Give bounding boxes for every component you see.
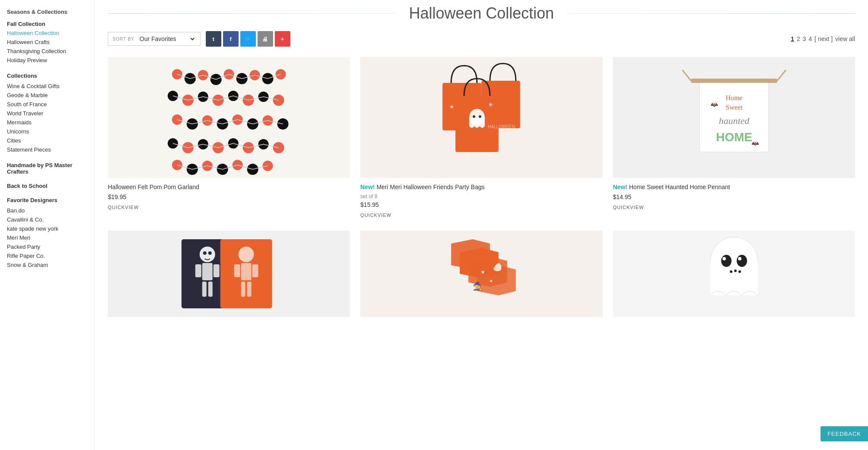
feedback-button[interactable]: FEEDBACK	[821, 426, 868, 441]
sidebar-item-halloween-crafts[interactable]: Halloween Crafts	[7, 38, 88, 47]
sidebar-item-snow-graham[interactable]: Snow & Graham	[7, 260, 88, 269]
product-quickview-p2[interactable]: QUICKVIEW	[360, 212, 602, 218]
svg-text:Home: Home	[726, 94, 742, 101]
svg-text:★: ★	[488, 101, 494, 108]
svg-text:🦇: 🦇	[710, 101, 718, 108]
product-card-p4	[108, 231, 350, 322]
svg-rect-91	[710, 261, 758, 295]
product-quickview-p3[interactable]: QUICKVIEW	[613, 205, 855, 210]
sidebar-item-cities[interactable]: Cities	[7, 136, 88, 145]
page-3-link[interactable]: 3	[802, 35, 806, 42]
svg-point-96	[730, 270, 732, 273]
sort-label: SORT BY	[113, 37, 135, 41]
product-card-p2: ★ ★ HALLOWEEN HALLOWEEN New! Meri Meri H…	[360, 57, 602, 218]
svg-rect-78	[252, 264, 258, 277]
svg-point-47	[473, 115, 475, 118]
svg-rect-79	[241, 282, 245, 297]
svg-text:★: ★	[449, 103, 455, 110]
product-card-p5: ★ ★ 🧙	[360, 231, 602, 322]
page-4-link[interactable]: 4	[808, 35, 812, 42]
share-twitter-button[interactable]: 🐦	[240, 31, 256, 47]
svg-point-73	[203, 251, 207, 255]
sidebar-item-kate-spade[interactable]: kate spade new york	[7, 224, 88, 233]
page-title-wrap: Halloween Collection	[108, 0, 855, 22]
sidebar-item-statement-pieces[interactable]: Statement Pieces	[7, 145, 88, 154]
product-price-p2: $15.95	[360, 201, 602, 208]
share-tumblr-button[interactable]: t	[206, 31, 221, 47]
product-price-p3: $14.95	[613, 193, 855, 200]
sidebar: Seasons & Collections Fall Collection Ha…	[0, 0, 95, 450]
sidebar-item-cavallini[interactable]: Cavallini & Co.	[7, 215, 88, 224]
sidebar-item-halloween-collection[interactable]: Halloween Collection	[7, 29, 88, 38]
product-quickview-p1[interactable]: QUICKVIEW	[108, 205, 350, 210]
sort-select[interactable]: Our Favorites Newest Price: Low to High …	[138, 35, 196, 43]
sidebar-category-handmade: Handmade by PS Master Crafters	[7, 162, 88, 175]
share-more-button[interactable]: +	[275, 31, 290, 47]
svg-rect-80	[247, 282, 252, 297]
svg-rect-54	[691, 79, 777, 83]
svg-point-48	[479, 115, 481, 118]
svg-rect-72	[208, 282, 213, 297]
next-page-link[interactable]: [ next ]	[815, 35, 833, 42]
svg-rect-68	[202, 263, 213, 280]
sidebar-item-thanksgiving-collection[interactable]: Thanksgiving Collection	[7, 47, 88, 56]
svg-text:HOME: HOME	[716, 130, 752, 144]
svg-rect-69	[195, 264, 201, 277]
svg-text:HALLOWEEN: HALLOWEEN	[464, 152, 491, 157]
sidebar-item-south-france[interactable]: South of France	[7, 100, 88, 109]
title-line-right	[567, 13, 855, 14]
svg-point-97	[734, 269, 736, 272]
svg-point-74	[208, 251, 212, 255]
sidebar-item-unicorns[interactable]: Unicorns	[7, 127, 88, 136]
product-image-p6[interactable]	[613, 231, 855, 317]
sidebar-item-world-traveler[interactable]: World Traveler	[7, 109, 88, 118]
product-price-p1: $19.95	[108, 193, 350, 200]
toolbar: SORT BY Our Favorites Newest Price: Low …	[108, 31, 855, 47]
svg-text:Sweet: Sweet	[726, 104, 743, 111]
svg-text:HALLOWEEN: HALLOWEEN	[488, 124, 515, 129]
sidebar-item-rifle-paper[interactable]: Rifle Paper Co.	[7, 251, 88, 260]
print-button[interactable]: 🖨	[258, 31, 273, 47]
product-image-p3[interactable]: Home Sweet haunted HOME 🦇 🦇	[613, 57, 855, 178]
sidebar-item-bando[interactable]: Ban.do	[7, 206, 88, 215]
sidebar-item-meri-meri[interactable]: Meri Meri	[7, 233, 88, 242]
sidebar-item-packed-party[interactable]: Packed Party	[7, 242, 88, 251]
svg-point-95	[738, 257, 741, 260]
svg-text:haunted: haunted	[719, 115, 750, 126]
product-image-p2[interactable]: ★ ★ HALLOWEEN HALLOWEEN	[360, 57, 602, 178]
product-image-p5[interactable]: ★ ★ 🧙	[360, 231, 602, 317]
product-name-p3: New! Home Sweet Haunted Home Pennant	[613, 183, 855, 192]
view-all-link[interactable]: view all	[835, 35, 855, 42]
sidebar-category-collections: Collections	[7, 73, 88, 79]
sidebar-item-mermaids[interactable]: Mermaids	[7, 118, 88, 127]
svg-rect-70	[214, 264, 220, 277]
svg-rect-77	[234, 264, 240, 277]
page-1-link[interactable]: 1	[791, 35, 794, 42]
sidebar-item-wine-cocktail[interactable]: Wine & Cocktail Gifts	[7, 82, 88, 91]
svg-text:🦇: 🦇	[751, 140, 759, 147]
svg-rect-46	[469, 117, 485, 126]
page-2-link[interactable]: 2	[797, 35, 800, 42]
page-title: Halloween Collection	[396, 4, 567, 22]
sidebar-category-favorite-designers: Favorite Designers	[7, 197, 88, 203]
product-card-p3: Home Sweet haunted HOME 🦇 🦇 New! Home Sw…	[613, 57, 855, 218]
svg-text:★: ★	[489, 279, 493, 283]
product-name-p2: New! Meri Meri Halloween Friends Party B…	[360, 183, 602, 192]
svg-rect-71	[202, 282, 207, 297]
title-line-left	[108, 13, 396, 14]
svg-point-98	[738, 270, 741, 273]
svg-rect-76	[241, 263, 252, 280]
sidebar-item-holiday-preview[interactable]: Holiday Preview	[7, 56, 88, 65]
svg-point-93	[736, 255, 747, 267]
sidebar-item-fall-collection[interactable]: Fall Collection	[7, 19, 88, 29]
sidebar-item-geode-marble[interactable]: Geode & Marble	[7, 91, 88, 100]
svg-text:★: ★	[481, 269, 485, 275]
sort-wrap: SORT BY Our Favorites Newest Price: Low …	[108, 32, 201, 46]
share-facebook-button[interactable]: f	[223, 31, 239, 47]
product-image-p1[interactable]	[108, 57, 350, 178]
product-image-p4[interactable]	[108, 231, 350, 317]
main-content: Halloween Collection SORT BY Our Favorit…	[95, 0, 868, 450]
sidebar-sections-title: Seasons & Collections	[7, 9, 88, 15]
product-card-p1: Halloween Felt Pom Pom Garland $19.95 QU…	[108, 57, 350, 218]
product-name-p1: Halloween Felt Pom Pom Garland	[108, 183, 350, 192]
